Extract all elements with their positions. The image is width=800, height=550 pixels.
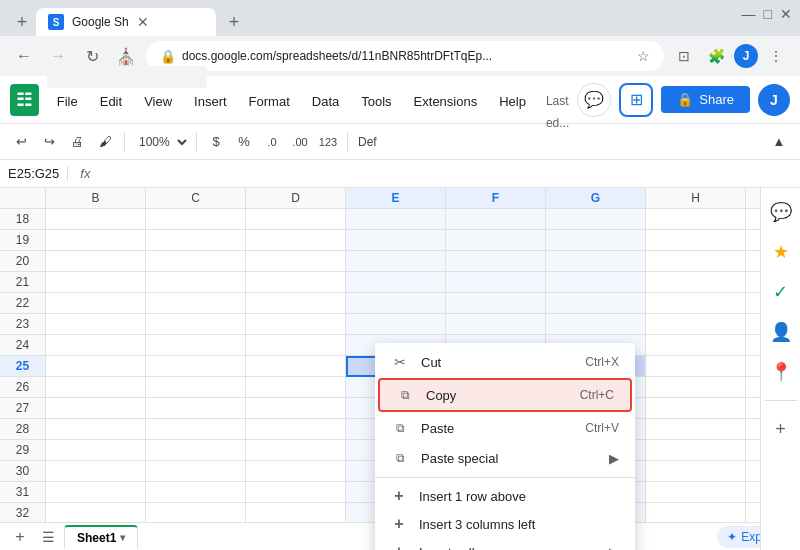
cell-d26[interactable] [246,377,346,398]
cell-c20[interactable] [146,251,246,272]
number-format-button[interactable]: 123 [315,129,341,155]
menu-extensions[interactable]: Extensions [404,90,488,134]
menu-file[interactable]: File [47,90,88,134]
row-header-28[interactable]: 28 [0,419,46,440]
cell-i30[interactable] [746,461,760,482]
menu-tools[interactable]: Tools [351,90,401,134]
cell-e20[interactable] [346,251,446,272]
user-avatar[interactable]: J [758,84,790,116]
cast-icon[interactable]: ⊡ [670,42,698,70]
menu-edit[interactable]: Edit [90,90,132,134]
cell-f23[interactable] [446,314,546,335]
cell-i31[interactable] [746,482,760,503]
chat-button[interactable]: 💬 [577,83,611,117]
extensions-icon[interactable]: 🧩 [702,42,730,70]
cell-f20[interactable] [446,251,546,272]
cell-d31[interactable] [246,482,346,503]
cell-h28[interactable] [646,419,746,440]
row-header-25[interactable]: 25 [0,356,46,377]
row-header-27[interactable]: 27 [0,398,46,419]
context-menu-insert-cols[interactable]: + Insert 3 columns left [375,510,635,538]
percent-button[interactable]: % [231,129,257,155]
cell-d29[interactable] [246,440,346,461]
context-menu-insert-row[interactable]: + Insert 1 row above [375,482,635,510]
new-tab-plus-button[interactable]: + [220,8,248,36]
context-menu-cut[interactable]: ✂ Cut Ctrl+X [375,347,635,377]
cell-h20[interactable] [646,251,746,272]
cell-b27[interactable] [46,398,146,419]
cell-h18[interactable] [646,209,746,230]
cell-i23[interactable] [746,314,760,335]
cell-h31[interactable] [646,482,746,503]
cell-e19[interactable] [346,230,446,251]
menu-view[interactable]: View [134,90,182,134]
cell-h21[interactable] [646,272,746,293]
cell-i21[interactable] [746,272,760,293]
cell-c30[interactable] [146,461,246,482]
context-menu-paste-special[interactable]: ⧉ Paste special ▶ [375,443,635,473]
cell-d19[interactable] [246,230,346,251]
cell-i32[interactable] [746,503,760,524]
sidebar-contacts-icon[interactable]: 👤 [765,316,797,348]
cell-b22[interactable] [46,293,146,314]
col-header-c[interactable]: C [146,188,246,209]
cell-b24[interactable] [46,335,146,356]
cell-c32[interactable] [146,503,246,524]
explore-button[interactable]: ⊞ [619,83,653,117]
cell-b30[interactable] [46,461,146,482]
sidebar-chat-icon[interactable]: 💬 [765,196,797,228]
row-header-26[interactable]: 26 [0,377,46,398]
cell-c18[interactable] [146,209,246,230]
cell-d30[interactable] [246,461,346,482]
row-header-18[interactable]: 18 [0,209,46,230]
sheet-dropdown-icon[interactable]: ▾ [120,532,125,543]
cell-b32[interactable] [46,503,146,524]
cell-h19[interactable] [646,230,746,251]
cell-b29[interactable] [46,440,146,461]
cell-b19[interactable] [46,230,146,251]
cell-b20[interactable] [46,251,146,272]
cell-i26[interactable] [746,377,760,398]
cell-i20[interactable] [746,251,760,272]
cell-f21[interactable] [446,272,546,293]
share-button[interactable]: 🔒 Share [661,86,750,113]
forward-button[interactable]: → [44,42,72,70]
decimal-decrease-button[interactable]: .0 [259,129,285,155]
redo-button[interactable]: ↪ [36,129,62,155]
cell-c24[interactable] [146,335,246,356]
cell-i18[interactable] [746,209,760,230]
cell-g23[interactable] [546,314,646,335]
col-header-h[interactable]: H [646,188,746,209]
cell-b21[interactable] [46,272,146,293]
cell-c31[interactable] [146,482,246,503]
row-header-20[interactable]: 20 [0,251,46,272]
menu-format[interactable]: Format [239,90,300,134]
cell-i28[interactable] [746,419,760,440]
cell-i22[interactable] [746,293,760,314]
cell-b18[interactable] [46,209,146,230]
cell-b23[interactable] [46,314,146,335]
document-name[interactable] [47,66,207,88]
cell-h30[interactable] [646,461,746,482]
cell-c19[interactable] [146,230,246,251]
cell-d23[interactable] [246,314,346,335]
undo-button[interactable]: ↩ [8,129,34,155]
maximize-icon[interactable]: □ [764,6,772,22]
cell-i24[interactable] [746,335,760,356]
cell-b28[interactable] [46,419,146,440]
cell-b31[interactable] [46,482,146,503]
row-header-29[interactable]: 29 [0,440,46,461]
cell-f22[interactable] [446,293,546,314]
cell-i27[interactable] [746,398,760,419]
cell-g21[interactable] [546,272,646,293]
new-tab-button[interactable]: + [8,8,36,36]
context-menu-insert-cells[interactable]: + Insert cells ▶ [375,538,635,550]
minimize-icon[interactable]: — [742,6,756,22]
col-header-d[interactable]: D [246,188,346,209]
formula-input[interactable] [102,166,792,181]
cell-d32[interactable] [246,503,346,524]
context-menu-copy[interactable]: ⧉ Copy Ctrl+C [378,378,632,412]
cell-c28[interactable] [146,419,246,440]
col-header-e[interactable]: E [346,188,446,209]
close-window-icon[interactable]: ✕ [780,6,792,22]
